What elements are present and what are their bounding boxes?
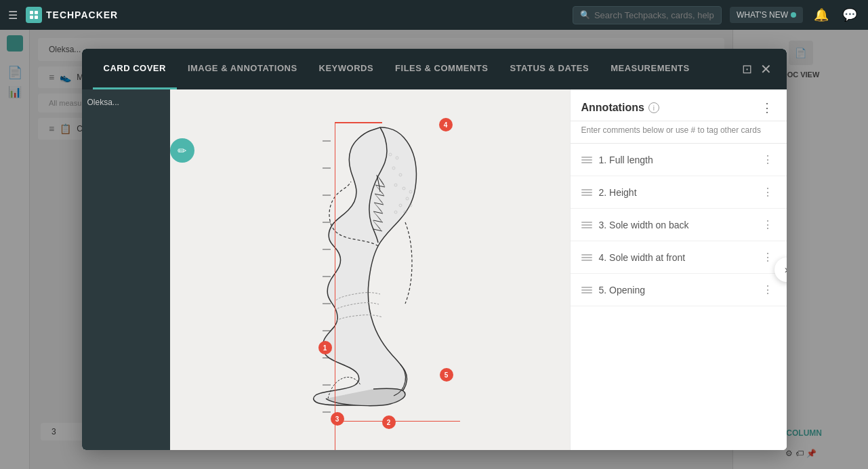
tab-card-cover[interactable]: CARD COVER: [93, 49, 177, 89]
drag-line: [581, 189, 592, 190]
logo: TECHPACKER: [26, 7, 118, 23]
annotation-item-1[interactable]: 1. Full length ⋮: [571, 144, 787, 176]
drag-line: [581, 289, 592, 291]
svg-rect-3: [35, 16, 38, 19]
drag-handle-5: [581, 287, 592, 293]
modal-overlay: CARD COVER IMAGE & ANNOTATIONS KEYWORDS …: [0, 30, 868, 469]
annotation-item-4[interactable]: 4. Sole width at front ⋮: [571, 241, 787, 274]
menu-icon[interactable]: ☰: [8, 9, 18, 22]
annotation-label-3: 3. Sole width on back: [599, 220, 760, 230]
tab-status-dates[interactable]: STATUS & DATES: [499, 49, 600, 89]
drag-line: [581, 157, 592, 158]
tab-image-annotations[interactable]: IMAGE & ANNOTATIONS: [177, 49, 308, 89]
annotation-label-5: 5. Opening: [599, 285, 760, 295]
annotation-label-2: 2. Height: [599, 187, 760, 198]
annotation-item-3[interactable]: 3. Sole width on back ⋮: [571, 209, 787, 241]
annotation-more-3[interactable]: ⋮: [760, 217, 776, 232]
annotation-more-4[interactable]: ⋮: [760, 249, 776, 265]
edit-area: ✏: [170, 138, 194, 163]
annotations-more-button[interactable]: ⋮: [758, 99, 776, 117]
annotation-dot-2[interactable]: 2: [382, 415, 396, 429]
whats-new-label: WHAT'S NEW: [737, 10, 788, 20]
info-icon[interactable]: i: [648, 102, 659, 113]
drag-handle-4: [581, 254, 592, 261]
drag-handle-2: [581, 189, 592, 196]
modal-right-panel: Annotations i ⋮ Enter comments below or …: [570, 89, 787, 450]
modal-close-button[interactable]: ✕: [756, 58, 776, 80]
svg-rect-1: [35, 11, 38, 14]
modal-tab-bar: CARD COVER IMAGE & ANNOTATIONS KEYWORDS …: [82, 49, 787, 89]
modal-left-panel: Oleksa...: [82, 89, 170, 450]
annotation-more-1[interactable]: ⋮: [760, 152, 776, 167]
annotations-subtitle: Enter comments below or use # to tag oth…: [571, 121, 787, 144]
tab-keywords[interactable]: KEYWORDS: [308, 49, 385, 89]
edit-pencil-button[interactable]: ✏: [170, 138, 194, 163]
bell-icon[interactable]: 🔔: [811, 5, 831, 25]
annotation-more-2[interactable]: ⋮: [760, 184, 776, 200]
drag-line: [581, 162, 592, 163]
drag-line: [581, 260, 592, 261]
drag-line: [581, 257, 592, 258]
whats-new-button[interactable]: WHAT'S NEW: [730, 7, 803, 23]
annotation-item-5[interactable]: 5. Opening ⋮: [571, 274, 787, 306]
modal-body: ✏ Oleksa...: [82, 89, 787, 450]
annotation-dot-4[interactable]: 4: [439, 118, 453, 131]
chat-icon[interactable]: 💬: [840, 5, 860, 25]
modal-image-panel: 1 2 3 4 5: [170, 89, 570, 450]
modal-screen-icon[interactable]: ⊡: [738, 59, 756, 79]
annotation-label-4: 4. Sole width at front: [599, 252, 760, 263]
drag-line: [581, 292, 592, 293]
annotation-dot-3[interactable]: 3: [331, 412, 344, 426]
drag-handle-3: [581, 222, 592, 228]
tab-files-comments[interactable]: FILES & COMMENTS: [384, 49, 499, 89]
drag-handle-1: [581, 157, 592, 163]
notification-dot: [791, 12, 796, 18]
drag-line: [581, 224, 592, 226]
logo-text: TECHPACKER: [46, 9, 118, 20]
modal-breadcrumb: Oleksa...: [87, 98, 119, 107]
drag-line: [581, 159, 592, 161]
annotation-dot-1[interactable]: 1: [318, 341, 332, 354]
drag-line: [581, 227, 592, 228]
svg-rect-0: [30, 11, 33, 14]
tab-measurements[interactable]: MEASUREMENTS: [600, 49, 701, 89]
drag-line: [581, 222, 592, 223]
search-input[interactable]: [594, 10, 714, 20]
svg-rect-2: [30, 16, 33, 19]
shoe-sketch: 1 2 3 4 5: [275, 100, 465, 439]
shoe-svg: [275, 100, 465, 439]
annotation-label-1: 1. Full length: [599, 155, 760, 165]
drag-line: [581, 287, 592, 288]
annotation-dot-5[interactable]: 5: [440, 368, 453, 382]
annotations-title: Annotations: [581, 102, 644, 114]
annotation-list: 1. Full length ⋮ 2. Height: [571, 144, 787, 450]
annotation-item-2[interactable]: 2. Height ⋮: [571, 176, 787, 209]
search-box[interactable]: 🔍: [573, 6, 722, 24]
logo-icon: [26, 7, 42, 23]
drag-line: [581, 254, 592, 256]
annotations-header: Annotations i ⋮: [571, 89, 787, 121]
search-icon: 🔍: [580, 10, 590, 20]
modal: CARD COVER IMAGE & ANNOTATIONS KEYWORDS …: [82, 49, 787, 450]
navbar: ☰ TECHPACKER 🔍 WHAT'S NEW 🔔 💬: [0, 0, 868, 30]
drag-line: [581, 192, 592, 193]
annotation-more-5[interactable]: ⋮: [760, 282, 776, 298]
drag-line: [581, 195, 592, 196]
